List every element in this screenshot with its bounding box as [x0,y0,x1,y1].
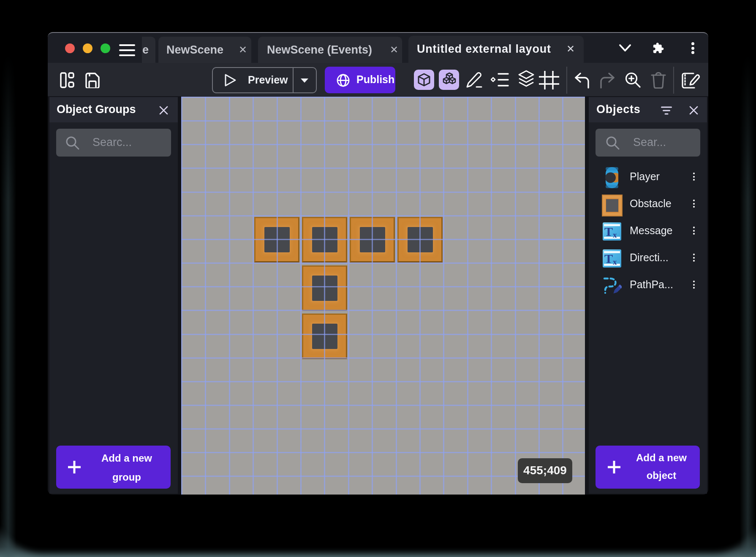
svg-text:x: x [613,257,617,266]
svg-text:x: x [613,230,617,239]
svg-text:T: T [604,251,613,265]
svg-text:T: T [604,224,613,238]
